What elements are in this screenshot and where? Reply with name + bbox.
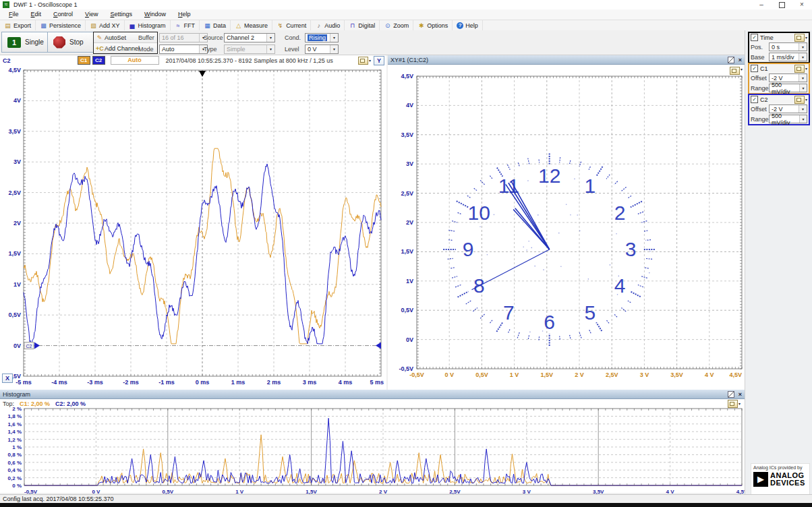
svg-text:0 %: 0 % — [12, 483, 22, 489]
panel-c2: ✓C2▾Offset-2 V▾Range500 mV/div▾ — [748, 94, 810, 125]
range-select[interactable]: 500 mV/div▾ — [769, 84, 807, 92]
toolbar-data[interactable]: ▦Data — [200, 20, 231, 30]
y-axis-button[interactable]: Y — [374, 56, 384, 65]
mode-select[interactable]: Auto▾ — [159, 44, 208, 54]
pos.-select[interactable]: 0 s▾ — [769, 42, 807, 51]
svg-text:5: 5 — [585, 301, 596, 324]
export-icon: ▤ — [4, 22, 11, 29]
svg-text:0,8 %: 0,8 % — [8, 452, 22, 458]
toolbar-audio[interactable]: ♪Audio — [311, 20, 345, 30]
source-select[interactable]: Channel 2▾ — [224, 33, 275, 42]
gear-icon[interactable] — [794, 65, 805, 73]
panel-time-title: Time — [760, 34, 774, 41]
gear-icon[interactable] — [794, 96, 805, 104]
svg-text:4,5V: 4,5V — [401, 73, 413, 80]
chevron-down-icon[interactable]: ▾ — [799, 53, 807, 61]
status-text: Config last acq. 2017/04/08 10:55:25.370 — [3, 496, 114, 502]
menu-settings[interactable]: Settings — [104, 9, 138, 20]
type-select[interactable]: Simple▾ — [224, 44, 275, 54]
chevron-down-icon[interactable]: ▾ — [266, 45, 274, 53]
toolbar-measure[interactable]: △Measure — [231, 20, 272, 30]
chevron-down-icon[interactable]: ▾ — [799, 115, 807, 123]
toolbar-histogram[interactable]: ▅Histogram — [125, 20, 171, 30]
close-button[interactable]: × — [792, 0, 812, 9]
svg-text:3V: 3V — [406, 160, 413, 167]
titlebar: ≈ DWF 1 - Oscilloscope 1 – × — [0, 0, 812, 10]
range-select[interactable]: 500 mV/div▾ — [769, 115, 807, 123]
svg-text:2,5V: 2,5V — [606, 371, 618, 378]
checkbox-icon[interactable]: ✓ — [751, 34, 758, 41]
svg-text:1,4 %: 1,4 % — [8, 429, 22, 435]
toolbar-export[interactable]: ▤Export — [0, 20, 36, 30]
level-select[interactable]: 0 V▾ — [305, 44, 339, 54]
menu-help[interactable]: Help — [172, 9, 197, 20]
source-label: Source — [204, 34, 223, 41]
gear-icon[interactable] — [794, 34, 805, 42]
histogram-plot[interactable]: 2 %1,8 %1,6 %1,4 %1,2 %1 %0,8 %0,6 %0,4 … — [0, 407, 745, 496]
svg-text:1,8 %: 1,8 % — [8, 413, 22, 419]
chevron-down-icon[interactable]: ▾ — [799, 105, 807, 113]
c2-top-stat: C2: 2,00 % — [55, 400, 86, 407]
svg-text:1V: 1V — [13, 281, 21, 288]
base-label: Base — [751, 54, 769, 61]
toolbar-fft[interactable]: ≈FFT — [171, 20, 200, 30]
toolbar-options[interactable]: ✱Options — [413, 20, 453, 30]
svg-text:4,5V: 4,5V — [8, 67, 21, 73]
toolbar-help[interactable]: ?Help — [453, 20, 483, 30]
minimize-button[interactable]: – — [751, 0, 772, 9]
svg-text:1,5V: 1,5V — [401, 248, 413, 255]
value: 1 ms/div — [772, 54, 794, 61]
menu-window[interactable]: Window — [138, 9, 172, 20]
pin-icon[interactable] — [728, 391, 734, 398]
chevron-down-icon[interactable]: ▾ — [799, 74, 807, 82]
mode-value: Auto — [162, 46, 175, 53]
chevron-down-icon[interactable]: ▾ — [330, 34, 338, 42]
base-select[interactable]: 1 ms/div▾ — [769, 53, 807, 61]
gear-wrap[interactable]: ▾ — [794, 65, 807, 73]
add-xy-icon: ▧ — [90, 22, 97, 29]
range-label: Range — [751, 85, 769, 92]
restore-button[interactable] — [772, 0, 792, 9]
close-panel-icon[interactable]: × — [738, 392, 742, 397]
menu-view[interactable]: View — [79, 9, 104, 20]
gear-icon[interactable] — [728, 400, 738, 408]
toolbar-audio-label: Audio — [324, 22, 340, 29]
menu-edit[interactable]: Edit — [25, 9, 48, 20]
chevron-down-icon[interactable]: ▾ — [799, 84, 807, 92]
gear-wrap[interactable]: ▾ — [794, 34, 807, 42]
pin-icon[interactable] — [728, 57, 734, 63]
panel-c2-row: Range500 mV/div▾ — [749, 114, 809, 124]
menu-control[interactable]: Control — [47, 9, 79, 20]
buffer-select[interactable]: 16 of 16▾ — [159, 33, 208, 42]
menubar: FileEditControlViewSettingsWindowHelp — [0, 9, 812, 20]
svg-text:-0,5V: -0,5V — [409, 371, 424, 378]
chevron-down-icon[interactable]: ▾ — [330, 45, 338, 53]
close-panel-icon[interactable]: × — [738, 57, 742, 63]
checkbox-icon[interactable]: ✓ — [751, 65, 758, 72]
toolbar-add-xy[interactable]: ▧Add XY — [86, 20, 125, 30]
toolbar-current[interactable]: ↯Current — [272, 20, 311, 30]
panel-c1: ✓C1▾Offset-2 V▾Range500 mV/div▾ — [748, 63, 810, 94]
cond-select[interactable]: Rising▾ — [305, 33, 339, 42]
svg-text:2V: 2V — [406, 219, 413, 226]
chevron-down-icon[interactable]: ▾ — [799, 43, 807, 51]
svg-text:3V: 3V — [13, 158, 21, 165]
x-axis-button[interactable]: X — [2, 374, 13, 383]
gear-icon[interactable] — [358, 57, 368, 65]
toolbar-zoom[interactable]: ⊙Zoom — [380, 20, 413, 30]
gear-wrap[interactable]: ▾ — [794, 96, 807, 104]
svg-text:3,5V: 3,5V — [670, 371, 683, 378]
toolbar-persistence[interactable]: ▩Persistence — [36, 20, 86, 30]
channel-button-c2[interactable]: C2 — [92, 56, 105, 65]
chevron-down-icon[interactable]: ▾ — [266, 34, 274, 42]
scope-plot[interactable]: 4,5V4V3,5V3V2,5V2V1,5V1V0,5V0V-0,5V-5 ms… — [0, 65, 386, 390]
checkbox-icon[interactable]: ✓ — [751, 96, 758, 103]
svg-text:4V: 4V — [13, 97, 21, 104]
svg-text:4 V: 4 V — [705, 371, 714, 378]
xy-plot[interactable]: 4,5V4V3,5V3V2,5V2V1,5V1V0,5V0V-0,5V-0,5V… — [388, 64, 745, 390]
svg-text:0 V: 0 V — [444, 371, 454, 378]
menu-file[interactable]: File — [3, 9, 25, 20]
toolbar-digital[interactable]: ⊓Digital — [345, 20, 380, 30]
channel-button-c1[interactable]: C1 — [78, 56, 90, 65]
buffer-value: 16 of 16 — [162, 34, 184, 41]
